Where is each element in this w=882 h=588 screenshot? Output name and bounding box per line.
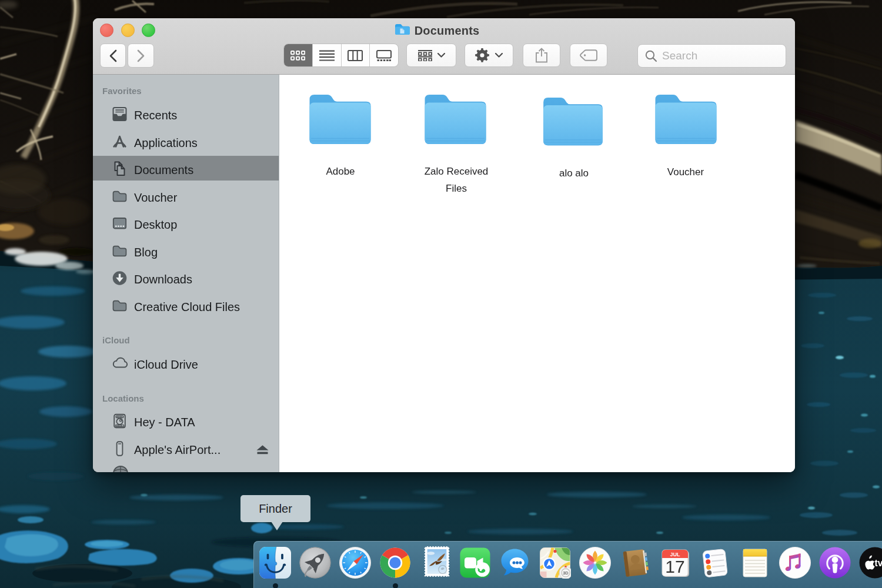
svg-text:17: 17 [665, 557, 684, 576]
svg-text:JUL: JUL [670, 552, 680, 557]
svg-text:3D: 3D [563, 570, 569, 576]
svg-text:tv: tv [875, 558, 882, 568]
